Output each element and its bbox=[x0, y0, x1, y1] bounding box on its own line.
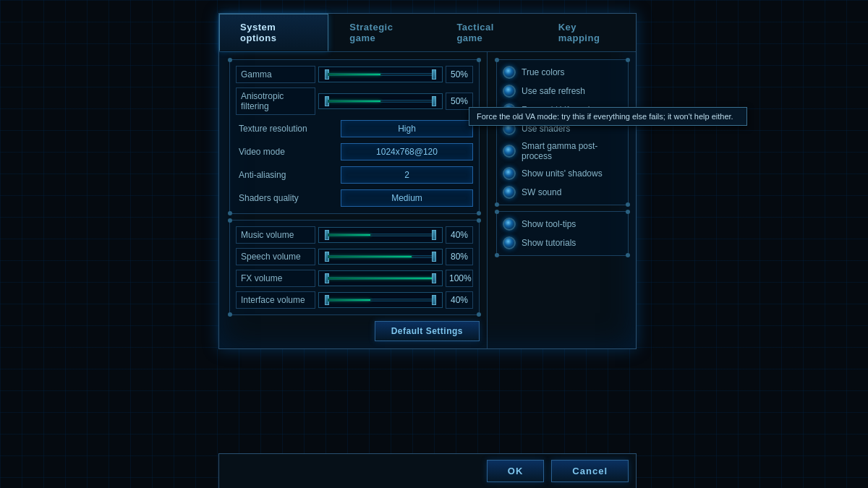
texture-dropdown[interactable]: High bbox=[341, 120, 473, 137]
sw-sound-checkbox[interactable] bbox=[503, 186, 516, 199]
fx-track bbox=[328, 277, 433, 280]
gamma-row: Gamma 50% bbox=[236, 66, 473, 83]
speech-label: Speech volume bbox=[236, 248, 315, 265]
interface-handle-right[interactable] bbox=[432, 295, 436, 305]
music-slider[interactable] bbox=[318, 227, 443, 243]
antialiasing-row: Anti-aliasing 2 bbox=[236, 166, 473, 184]
gamma-track bbox=[328, 73, 433, 76]
sw-sound-label: SW sound bbox=[522, 187, 561, 197]
speech-value: 80% bbox=[446, 248, 473, 265]
graphics-section: Gamma 50% Anisotropic filtering bbox=[229, 59, 480, 214]
shaders-dropdown[interactable]: Medium bbox=[341, 189, 473, 207]
fx-row: FX volume 100% bbox=[236, 270, 473, 287]
bottom-bar: OK Cancel bbox=[218, 453, 637, 488]
fx-label: FX volume bbox=[236, 270, 315, 287]
anisotropic-track bbox=[328, 100, 433, 103]
interface-value: 40% bbox=[446, 291, 473, 309]
music-row: Music volume 40% bbox=[236, 226, 473, 244]
shaders-row: Shaders quality Medium bbox=[236, 189, 473, 207]
tab-strategic-game[interactable]: Strategic game bbox=[328, 14, 435, 51]
fx-handle-right[interactable] bbox=[432, 273, 436, 283]
ok-button[interactable]: OK bbox=[487, 460, 545, 482]
fx-value: 100% bbox=[446, 270, 473, 287]
cancel-button[interactable]: Cancel bbox=[551, 460, 629, 482]
tutorials-checkbox[interactable] bbox=[503, 236, 516, 249]
gamma-slider[interactable] bbox=[318, 67, 443, 82]
anisotropic-label: Anisotropic filtering bbox=[236, 87, 315, 115]
interface-label: Interface volume bbox=[236, 291, 315, 309]
video-dropdown[interactable]: 1024x768@120 bbox=[341, 143, 473, 160]
fx-fill bbox=[328, 278, 433, 279]
video-row: Video mode 1024x768@120 bbox=[236, 142, 473, 161]
tab-bar: System options Strategic game Tactical g… bbox=[219, 14, 636, 52]
music-fill bbox=[328, 234, 370, 236]
speech-track bbox=[328, 255, 433, 258]
music-handle-right[interactable] bbox=[432, 230, 436, 240]
interface-slider[interactable] bbox=[318, 292, 443, 308]
tab-tactical-game[interactable]: Tactical game bbox=[435, 14, 537, 51]
safe-refresh-label: Use safe refresh bbox=[522, 86, 585, 96]
speech-slider[interactable] bbox=[318, 249, 443, 265]
tutorials-label: Show tutorials bbox=[522, 238, 576, 248]
music-label: Music volume bbox=[236, 226, 315, 244]
shadows-label: Show units' shadows bbox=[522, 168, 603, 179]
shadows-row[interactable]: Show units' shadows bbox=[503, 167, 622, 180]
smart-gamma-checkbox[interactable] bbox=[503, 145, 516, 158]
interface-fill bbox=[328, 299, 370, 301]
gamma-fill bbox=[328, 74, 380, 75]
music-value: 40% bbox=[446, 226, 473, 244]
music-track bbox=[328, 234, 433, 236]
tab-system-options[interactable]: System options bbox=[219, 14, 328, 51]
speech-row: Speech volume 80% bbox=[236, 248, 473, 265]
gamma-handle-right[interactable] bbox=[432, 69, 436, 80]
sw-sound-row[interactable]: SW sound bbox=[503, 186, 622, 199]
misc-options-section: Show tool-tips Show tutorials bbox=[496, 211, 629, 256]
anisotropic-fill bbox=[328, 100, 380, 102]
true-colors-label: True colors bbox=[522, 67, 565, 77]
antialiasing-label: Anti-aliasing bbox=[236, 170, 341, 180]
smart-gamma-label: Smart gamma post-process bbox=[522, 141, 622, 161]
left-panel: Gamma 50% Anisotropic filtering bbox=[219, 52, 488, 348]
true-colors-checkbox[interactable] bbox=[503, 66, 516, 79]
gamma-value: 50% bbox=[446, 66, 473, 83]
audio-section: Music volume 40% Speech volume bbox=[229, 220, 480, 315]
system-options-dialog: System options Strategic game Tactical g… bbox=[218, 13, 637, 349]
interface-track bbox=[328, 299, 433, 301]
shadows-checkbox[interactable] bbox=[503, 167, 516, 180]
antialiasing-dropdown[interactable]: 2 bbox=[341, 166, 473, 184]
anisotropic-handle-right[interactable] bbox=[432, 96, 436, 106]
shaders-label: Shaders quality bbox=[236, 193, 341, 203]
tab-key-mapping[interactable]: Key mapping bbox=[537, 14, 636, 51]
anisotropic-slider[interactable] bbox=[318, 93, 443, 109]
display-options-section: True colors Use safe refresh Force old V… bbox=[496, 59, 629, 205]
tooltip: Force the old VA mode: try this if every… bbox=[469, 107, 747, 126]
right-panel: True colors Use safe refresh Force old V… bbox=[488, 52, 636, 348]
safe-refresh-checkbox[interactable] bbox=[503, 85, 516, 98]
texture-row: Texture resolution High bbox=[236, 119, 473, 138]
true-colors-row[interactable]: True colors bbox=[503, 66, 622, 79]
tooltips-row[interactable]: Show tool-tips bbox=[503, 218, 622, 231]
speech-handle-right[interactable] bbox=[432, 252, 436, 262]
tooltips-label: Show tool-tips bbox=[522, 219, 576, 229]
texture-label: Texture resolution bbox=[236, 124, 341, 134]
smart-gamma-row[interactable]: Smart gamma post-process bbox=[503, 141, 622, 161]
default-settings-button[interactable]: Default Settings bbox=[375, 321, 480, 341]
tooltips-checkbox[interactable] bbox=[503, 218, 516, 231]
safe-refresh-row[interactable]: Use safe refresh bbox=[503, 85, 622, 98]
gamma-label: Gamma bbox=[236, 66, 315, 83]
speech-fill bbox=[328, 256, 412, 257]
tutorials-row[interactable]: Show tutorials bbox=[503, 236, 622, 249]
anisotropic-row: Anisotropic filtering 50% bbox=[236, 87, 473, 115]
video-label: Video mode bbox=[236, 147, 341, 157]
fx-slider[interactable] bbox=[318, 270, 443, 286]
content-area: Gamma 50% Anisotropic filtering bbox=[219, 52, 636, 348]
interface-row: Interface volume 40% bbox=[236, 291, 473, 309]
